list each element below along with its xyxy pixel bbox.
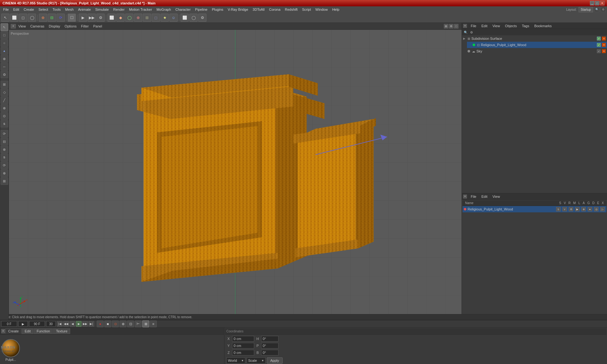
tool-2[interactable]: □ — [1, 31, 8, 39]
move-tool-btn[interactable]: ⊕ — [39, 14, 47, 22]
tool-17[interactable]: S — [1, 154, 8, 161]
menu-render[interactable]: Render — [111, 7, 126, 12]
menu-window[interactable]: Window — [314, 7, 330, 12]
circle-selection-btn[interactable]: ◯ — [28, 14, 36, 22]
tool-15[interactable]: ⊟ — [1, 138, 8, 145]
tool-3[interactable]: ○ — [1, 39, 8, 47]
keyframe-sel-btn[interactable]: ⊡ — [127, 320, 134, 327]
preview-range-btn[interactable]: ⊠ — [142, 320, 149, 327]
mat-panel-handle[interactable]: ≡ — [1, 329, 5, 333]
attr-btn-icon1[interactable]: ⚙ — [569, 207, 573, 211]
live-selection-btn[interactable]: ⬜ — [10, 14, 18, 22]
tool-4[interactable]: ▲ — [1, 47, 8, 55]
obj-check-2[interactable]: ✓ — [597, 43, 601, 47]
coord-x-input[interactable] — [232, 336, 254, 342]
spline-btn[interactable]: ◯ — [125, 14, 133, 22]
viewport-btn-1[interactable]: ⊞ — [444, 24, 448, 28]
scale-dropdown[interactable]: Scale ▼ — [247, 357, 266, 364]
playback-rate-input[interactable] — [18, 321, 28, 327]
prev-keyframe-btn[interactable]: ◀◀ — [63, 321, 69, 327]
attr-menu-file[interactable]: File — [469, 194, 478, 199]
attr-menu-view[interactable]: View — [491, 194, 501, 199]
minimize-button[interactable]: _ — [590, 1, 594, 5]
menu-pipeline[interactable]: Pipeline — [193, 7, 209, 12]
obj-settings-icon[interactable]: ⚙ — [469, 30, 474, 35]
objects-menu-file[interactable]: File — [469, 24, 478, 28]
viewport-btn-3[interactable]: □ — [454, 24, 458, 28]
menu-3dtoall[interactable]: 3DToAll — [251, 7, 267, 12]
mat-tab-edit[interactable]: Edit — [22, 328, 34, 334]
attr-btn-icon4[interactable]: ● — [588, 207, 592, 211]
objects-menu-tags[interactable]: Tags — [521, 24, 530, 28]
menu-help[interactable]: Help — [330, 7, 341, 12]
menu-plugins[interactable]: Plugins — [210, 7, 225, 12]
objects-menu-edit[interactable]: Edit — [480, 24, 489, 28]
close-button[interactable]: ✕ — [600, 1, 604, 5]
pointer-tool-btn[interactable]: ↖ — [1, 14, 9, 22]
mat-tab-function[interactable]: Function — [34, 328, 53, 334]
character-btn[interactable]: ☺ — [169, 14, 178, 22]
obj-x-2[interactable]: ✕ — [602, 43, 606, 47]
tool-7[interactable]: ⚙ — [1, 71, 8, 78]
viewport-menu-view[interactable]: View — [16, 24, 28, 29]
tool-5[interactable]: ⊕ — [1, 55, 8, 63]
objects-item-pulpit[interactable]: ⊡ Religious_Pulpit_Light_Wood ✓ ✕ — [467, 42, 607, 48]
viewport-menu-filter[interactable]: Filter — [79, 24, 90, 29]
menu-script[interactable]: Script — [300, 7, 313, 12]
objects-menu-view[interactable]: View — [491, 24, 501, 28]
panel-handle-icon[interactable]: ≡ — [463, 24, 467, 28]
loft-btn[interactable]: ⊕ — [134, 14, 142, 22]
viewport[interactable]: ≡ View Cameras Display Options Filter Pa… — [9, 23, 462, 320]
coord-y-input[interactable] — [232, 343, 254, 349]
viewport-menu-display[interactable]: Display — [47, 24, 62, 29]
timeline-ruler[interactable]: 0 5 10 15 20 25 30 35 40 45 50 55 60 65 … — [0, 320, 607, 320]
obj-x-1[interactable]: ✕ — [602, 37, 606, 40]
viewport-handle[interactable]: ≡ — [11, 24, 16, 28]
fps-input[interactable] — [46, 321, 56, 327]
attr-btn-v[interactable]: V — [562, 207, 567, 211]
end-frame-input[interactable] — [29, 321, 45, 327]
tool-14[interactable]: ⟳ — [1, 130, 8, 137]
tool-6[interactable]: ↔ — [1, 63, 8, 70]
render-to-viewer-btn[interactable]: ▶▶ — [88, 14, 96, 22]
viewport-btn-2[interactable]: ⚙ — [449, 24, 453, 28]
play-reverse-btn[interactable]: ◀ — [70, 321, 75, 327]
current-frame-input[interactable] — [1, 321, 17, 327]
coord-b-input[interactable] — [261, 350, 279, 355]
record-btn[interactable]: ● — [97, 320, 104, 327]
scale-tool-btn[interactable]: ⊟ — [48, 14, 56, 22]
objects-item-sky[interactable]: ☁ Sky ✓ ✕ — [462, 48, 607, 54]
go-end-btn[interactable]: ▶| — [89, 321, 94, 327]
attr-panel-handle[interactable]: ≡ — [463, 195, 467, 198]
objects-item-subdivision[interactable]: ▶ ⊞ Subdivision Surface ✓ ✕ — [462, 35, 607, 42]
attr-btn-s[interactable]: S — [556, 207, 561, 211]
viewport-canvas[interactable]: Y X Z Grid Spacing : 100 cm — [9, 30, 462, 320]
obj-x-sky[interactable]: ✕ — [602, 49, 606, 53]
menu-select[interactable]: Select — [37, 7, 50, 12]
attr-btn-icon3[interactable]: ⊕ — [581, 207, 586, 211]
coord-h-input[interactable] — [261, 336, 279, 342]
mat-tab-create[interactable]: Create — [5, 328, 21, 334]
material-btn[interactable]: ⊞ — [143, 14, 151, 22]
motion-blur-btn[interactable]: ≡ — [150, 320, 157, 327]
tool-18[interactable]: ⟳ — [1, 161, 8, 169]
rotate-tool-btn[interactable]: ⟳ — [57, 14, 65, 22]
viewport-menu-cameras[interactable]: Cameras — [28, 24, 46, 29]
cube-btn[interactable]: ⬜ — [107, 14, 116, 22]
menu-mesh[interactable]: Mesh — [63, 7, 76, 12]
stop-btn[interactable]: ■ — [104, 320, 111, 327]
environment-btn[interactable]: ⚙ — [198, 14, 206, 22]
tool-9[interactable]: ◇ — [1, 88, 8, 96]
viewport-menu-panel[interactable]: Panel — [91, 24, 104, 29]
menu-edit[interactable]: Edit — [11, 7, 21, 12]
mat-tab-texture[interactable]: Texture — [53, 328, 70, 334]
attr-btn-icon2[interactable]: ▶ — [575, 207, 579, 211]
attr-btn-icon6[interactable]: ▷ — [600, 207, 605, 211]
object-mode-btn[interactable]: ☐ — [68, 14, 76, 22]
apply-button[interactable]: Apply — [267, 357, 283, 364]
menu-mograph[interactable]: MoGraph — [155, 7, 173, 12]
layout-selector[interactable]: Startup — [579, 7, 593, 12]
menu-redshift[interactable]: Redshift — [283, 7, 299, 12]
world-dropdown[interactable]: World ▼ — [226, 357, 245, 364]
attr-row-pulpit[interactable]: Religious_Pulpit_Light_Wood S V ⚙ ▶ ⊕ ● … — [463, 206, 606, 212]
